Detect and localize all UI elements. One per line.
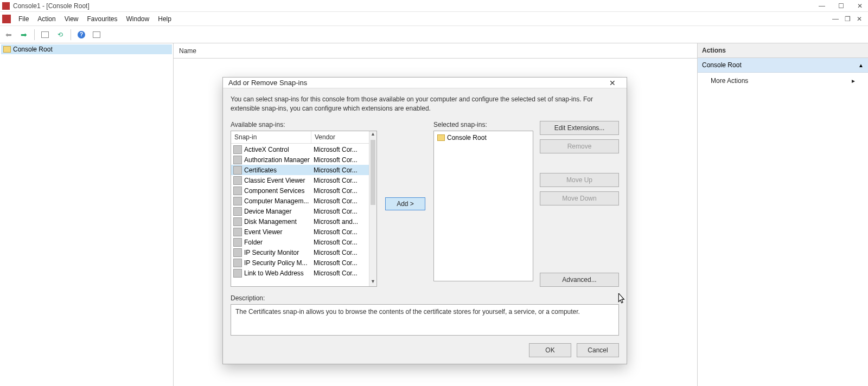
folder-icon — [3, 46, 11, 53]
mdi-restore-icon[interactable]: ❐ — [843, 15, 852, 23]
menu-file[interactable]: File — [14, 13, 33, 25]
column-vendor[interactable]: Vendor — [311, 131, 376, 143]
action-link-label: More Actions — [711, 77, 748, 85]
snapin-row[interactable]: ActiveX ControlMicrosoft Cor... — [231, 144, 369, 155]
close-button[interactable]: ✕ — [857, 2, 863, 10]
snapin-vendor: Microsoft Cor... — [314, 208, 369, 215]
show-actions-pane-button[interactable] — [90, 28, 103, 41]
ok-button[interactable]: OK — [529, 343, 571, 357]
snapin-row[interactable]: Event ViewerMicrosoft Cor... — [231, 227, 369, 237]
snapin-name: Disk Management — [244, 218, 314, 226]
snapin-row[interactable]: FolderMicrosoft Cor... — [231, 237, 369, 247]
column-snapin[interactable]: Snap-in — [231, 131, 311, 143]
snapin-vendor: Microsoft Cor... — [314, 239, 369, 246]
snapin-row[interactable]: Link to Web AddressMicrosoft Cor... — [231, 268, 369, 278]
cancel-button[interactable]: Cancel — [577, 343, 619, 357]
snapin-icon — [233, 197, 242, 205]
export-list-button[interactable]: ⟲ — [54, 28, 67, 41]
snapin-name: Classic Event Viewer — [244, 177, 314, 184]
collapse-icon[interactable]: ▲ — [858, 62, 864, 68]
snapin-vendor: Microsoft and... — [314, 218, 369, 226]
snapin-vendor: Microsoft Cor... — [314, 177, 369, 184]
snapin-vendor: Microsoft Cor... — [314, 146, 369, 153]
selected-snapins-list[interactable]: Console Root — [433, 131, 533, 281]
minimize-button[interactable]: — — [819, 2, 825, 10]
chevron-right-icon: ▸ — [852, 77, 855, 85]
maximize-button[interactable]: ☐ — [838, 2, 844, 10]
action-more-actions[interactable]: More Actions ▸ — [698, 73, 868, 89]
menu-help[interactable]: Help — [154, 13, 176, 25]
scroll-up-icon[interactable]: ▲ — [369, 131, 376, 139]
snapin-name: Certificates — [244, 166, 314, 174]
snapin-icon — [233, 238, 242, 247]
snapin-name: ActiveX Control — [244, 146, 314, 153]
mmc-app-icon — [2, 2, 10, 10]
snapin-name: Event Viewer — [244, 228, 314, 236]
menu-action[interactable]: Action — [33, 13, 60, 25]
menu-favourites[interactable]: Favourites — [83, 13, 122, 25]
snapin-name: IP Security Monitor — [244, 249, 314, 256]
available-snapins-list[interactable]: Snap-in Vendor ActiveX ControlMicrosoft … — [231, 131, 377, 287]
window-title: Console1 - [Console Root] — [13, 2, 90, 10]
mdi-close-icon[interactable]: ✕ — [855, 15, 864, 23]
snapin-row[interactable]: IP Security MonitorMicrosoft Cor... — [231, 247, 369, 258]
snapin-name: Computer Managem... — [244, 197, 314, 205]
snapin-row[interactable]: Component ServicesMicrosoft Cor... — [231, 185, 369, 196]
snapin-icon — [233, 166, 242, 175]
toolbar-separator — [71, 29, 71, 40]
snapin-vendor: Microsoft Cor... — [314, 269, 369, 277]
tree-item-label: Console Root — [13, 46, 53, 53]
advanced-button[interactable]: Advanced... — [540, 273, 619, 287]
move-down-button[interactable]: Move Down — [540, 191, 619, 205]
snapin-vendor: Microsoft Cor... — [314, 197, 369, 205]
scrollbar[interactable]: ▲ ▼ — [369, 131, 376, 286]
toolbar: ⬅ ➡ ⟲ ? — [0, 26, 868, 43]
list-header[interactable]: Name — [174, 43, 697, 59]
snapin-icon — [233, 156, 242, 164]
snapin-vendor: Microsoft Cor... — [314, 166, 369, 174]
mmc-doc-icon — [2, 15, 11, 23]
snapin-icon — [233, 228, 242, 236]
dialog-close-button[interactable]: ✕ — [604, 79, 621, 87]
snapin-row[interactable]: Authorization ManagerMicrosoft Cor... — [231, 155, 369, 165]
toolbar-separator — [34, 29, 35, 40]
back-button[interactable]: ⬅ — [2, 28, 15, 41]
remove-button[interactable]: Remove — [540, 139, 619, 153]
forward-button[interactable]: ➡ — [17, 28, 30, 41]
snapin-row[interactable]: CertificatesMicrosoft Cor... — [231, 165, 369, 175]
snapin-icon — [233, 207, 242, 216]
snapin-row[interactable]: Classic Event ViewerMicrosoft Cor... — [231, 175, 369, 185]
scroll-down-icon[interactable]: ▼ — [369, 279, 376, 286]
snapin-vendor: Microsoft Cor... — [314, 156, 369, 164]
dialog-titlebar[interactable]: Add or Remove Snap-ins ✕ — [223, 78, 627, 88]
snapin-icon — [233, 176, 242, 185]
move-up-button[interactable]: Move Up — [540, 173, 619, 187]
menu-view[interactable]: View — [60, 13, 83, 25]
available-snapins-label: Available snap-ins: — [231, 121, 377, 128]
menu-bar: File Action View Favourites Window Help … — [0, 12, 868, 26]
actions-section-console-root[interactable]: Console Root ▲ — [698, 58, 868, 73]
snapin-name: Device Manager — [244, 208, 314, 215]
snapin-row[interactable]: IP Security Policy M...Microsoft Cor... — [231, 258, 369, 268]
snapin-row[interactable]: Device ManagerMicrosoft Cor... — [231, 206, 369, 216]
scroll-thumb[interactable] — [371, 140, 375, 205]
help-button[interactable]: ? — [75, 28, 88, 41]
selected-item-label: Console Root — [447, 134, 487, 141]
folder-icon — [437, 134, 445, 141]
show-hide-tree-button[interactable] — [39, 28, 52, 41]
actions-section-label: Console Root — [702, 61, 742, 69]
tree-item-console-root[interactable]: Console Root — [1, 44, 172, 54]
snapin-row[interactable]: Disk ManagementMicrosoft and... — [231, 216, 369, 227]
edit-extensions-button[interactable]: Edit Extensions... — [540, 121, 619, 135]
tree-pane[interactable]: Console Root — [0, 43, 174, 386]
snapin-vendor: Microsoft Cor... — [314, 228, 369, 236]
column-name[interactable]: Name — [174, 47, 202, 55]
snapin-vendor: Microsoft Cor... — [314, 259, 369, 267]
menu-window[interactable]: Window — [122, 13, 154, 25]
snapin-row[interactable]: Computer Managem...Microsoft Cor... — [231, 196, 369, 206]
add-button[interactable]: Add > — [385, 197, 425, 210]
mdi-minimize-icon[interactable]: — — [831, 15, 840, 23]
selected-item-console-root[interactable]: Console Root — [436, 133, 531, 142]
description-label: Description: — [231, 294, 619, 302]
snapin-name: Component Services — [244, 187, 314, 195]
